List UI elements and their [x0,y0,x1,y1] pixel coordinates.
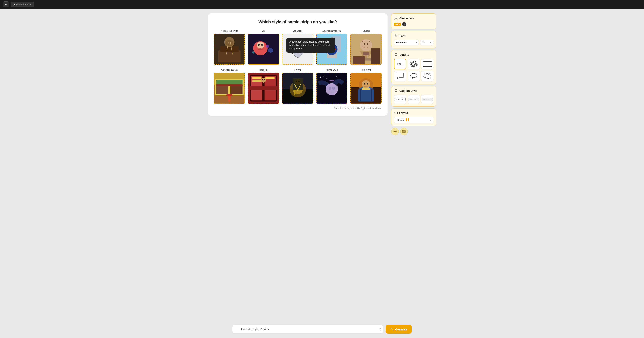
layout-title: 1:1 Layout [394,111,408,115]
style-img-american-modern[interactable] [316,34,347,65]
caption-icon [394,89,398,93]
svg-rect-45 [226,94,232,96]
back-button[interactable]: ← [3,2,9,8]
svg-point-9 [257,42,264,49]
svg-point-13 [266,45,269,48]
font-icon [394,34,398,38]
svg-rect-22 [331,37,333,41]
svg-point-17 [292,40,304,51]
svg-rect-41 [230,85,242,94]
style-item-haddock[interactable]: Haddock [248,69,279,104]
caption-title: Caption Style [399,89,417,92]
svg-point-70 [323,76,324,77]
bottom-icon-buttons [391,128,436,135]
svg-point-73 [336,77,337,77]
svg-rect-53 [252,80,262,82]
font-size-selector[interactable]: 12 ▾ [420,40,434,45]
caption-header: Caption Style [394,89,434,93]
svg-rect-4 [226,40,234,46]
svg-point-92 [403,131,404,132]
style-label-neutral: Neutral (no style) [221,30,238,32]
svg-rect-42 [216,84,242,86]
svg-point-66 [298,81,300,83]
right-sidebar: Characters PRO + Font [391,14,436,135]
svg-point-65 [296,81,297,83]
bubble-icon [394,53,398,57]
style-label-vstyle: V-Style [294,69,301,71]
svg-rect-39 [216,80,242,84]
style-img-haddock[interactable] [248,73,279,104]
style-img-anime[interactable] [316,73,347,104]
svg-rect-44 [228,95,230,101]
style-label-3d: 3D [262,30,265,32]
style-img-vstyle[interactable] [282,73,313,104]
caption-style-3[interactable]: ABCEFG... [421,95,434,104]
bubble-grid: ABC... [394,59,434,81]
svg-point-85 [366,83,368,85]
style-item-american-modern[interactable]: American (modern) [316,30,347,65]
svg-point-71 [326,78,327,79]
generate-label: Generate [395,328,407,331]
style-item-neutral[interactable]: Neutral (no style) [214,30,245,65]
style-img-neutral[interactable] [214,34,245,65]
svg-point-10 [258,44,260,46]
image-icon-button[interactable] [400,128,408,135]
font-section: Font cartoonist ▾ 12 ▾ [391,31,436,48]
style-label-hero: Hero-Style [360,69,371,71]
svg-point-69 [320,77,321,78]
style-item-hero[interactable]: Hero-Style [350,69,382,104]
characters-row: PRO + [394,22,434,27]
generate-button[interactable]: ✏️ Generate [386,325,412,333]
svg-point-55 [261,78,266,83]
svg-rect-40 [216,85,228,94]
bubble-style-rect[interactable] [421,59,434,69]
style-img-adverts[interactable] [350,34,382,65]
layout-chevron: ▾ [430,119,431,121]
caption-style-section: Caption Style ABCEFG... ABCEFG... ABCEFG… [391,86,436,107]
arrow-down[interactable]: ▼ [379,329,381,331]
pro-badge: PRO [394,23,401,26]
layout-selector[interactable]: Classic ▾ [394,117,434,123]
settings-icon-button[interactable] [391,128,399,135]
bubble-style-text[interactable]: ABC... [394,59,406,69]
style-img-3d[interactable] [248,34,279,65]
style-label-american-1950: American (1950) [221,69,238,71]
style-item-3d[interactable]: 3D [248,30,279,65]
svg-rect-91 [402,130,406,133]
style-img-american-1950[interactable] [214,73,245,104]
caption-style-1[interactable]: ABCEFG... [394,95,406,104]
svg-rect-33 [363,52,369,55]
bubble-style-star[interactable] [408,59,420,69]
center-panel: Which style of comic strips do you like?… [208,14,388,116]
style-item-vstyle[interactable]: V-Style [282,69,313,104]
bubble-style-jagged[interactable] [421,71,434,81]
style-img-japanese[interactable] [282,34,313,65]
font-selector[interactable]: cartoonist ▾ [394,40,419,45]
top-navigation: ← All Comic Strips [0,0,644,9]
svg-point-12 [258,48,263,50]
style-item-adverts[interactable]: Adverts [350,30,382,65]
caption-style-2[interactable]: ABCEFG... [408,95,420,104]
font-value: cartoonist [396,41,406,44]
bubble-style-speech-left[interactable] [394,71,406,81]
main-layout: Which style of comic strips do you like?… [0,9,644,338]
style-item-japanese[interactable]: Japanese [282,30,313,65]
bubble-style-oval[interactable] [408,71,420,81]
add-character-button[interactable]: + [402,22,406,27]
nav-title[interactable]: All Comic Strips [11,2,34,7]
prompt-input[interactable] [232,325,384,333]
layout-icons [406,118,409,121]
bubble-title: Bubble [399,53,409,56]
layout-header: 1:1 Layout [394,111,434,115]
font-chevron: ▾ [416,42,417,44]
style-item-anime[interactable]: Anime Style [316,69,347,104]
svg-rect-86 [362,88,370,90]
svg-point-56 [262,79,263,80]
svg-point-84 [364,83,366,85]
svg-point-14 [268,48,273,53]
bubble-header: Bubble [394,53,434,57]
style-item-american-1950[interactable]: American (1950) [214,69,245,104]
arrow-up[interactable]: ▲ [379,327,381,329]
svg-rect-34 [353,56,365,65]
style-img-hero[interactable] [350,73,382,104]
